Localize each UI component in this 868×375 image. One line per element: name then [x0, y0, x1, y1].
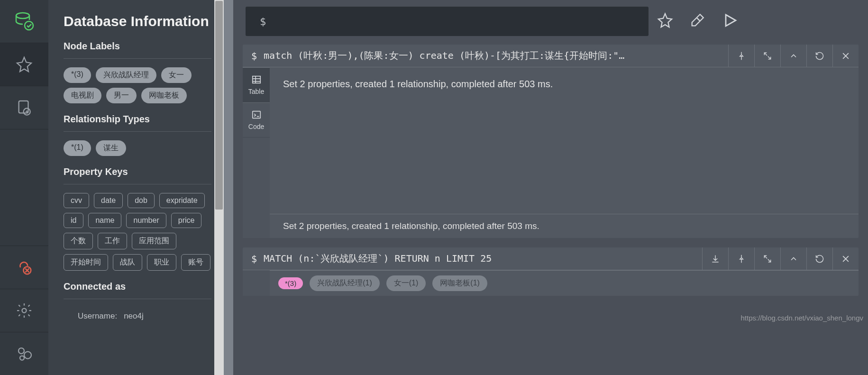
- svg-point-8: [20, 356, 24, 360]
- prop-chip[interactable]: cvv: [64, 193, 89, 208]
- prop-chip[interactable]: id: [64, 213, 83, 228]
- pin-icon[interactable]: [728, 247, 754, 270]
- overview-chip[interactable]: 网咖老板(1): [432, 275, 487, 291]
- svg-rect-10: [252, 111, 260, 119]
- connected-title: Connected as: [64, 281, 211, 292]
- username-value: neo4j: [124, 311, 144, 321]
- prop-chip[interactable]: 工作: [98, 233, 127, 249]
- result-footer: Set 2 properties, created 1 relationship…: [270, 214, 859, 238]
- prop-chip[interactable]: name: [88, 213, 121, 228]
- tab-code[interactable]: Code: [243, 102, 270, 137]
- editor-prompt: $: [260, 16, 266, 27]
- rel-chip[interactable]: 谋生: [96, 140, 126, 156]
- prop-chip[interactable]: dob: [128, 193, 155, 208]
- prop-chip[interactable]: 账号: [181, 254, 210, 271]
- prop-chip[interactable]: 开始时间: [64, 254, 108, 271]
- label-chip[interactable]: 男一: [106, 88, 137, 103]
- query-body: match (叶秋:男一),(陈果:女一) create (叶秋)-[为其打工:…: [264, 49, 624, 62]
- divider: [64, 299, 211, 299]
- label-chip[interactable]: 电视剧: [64, 88, 101, 103]
- prop-keys-title: Property Keys: [64, 166, 211, 177]
- divider: [64, 184, 211, 184]
- node-labels-chips: *(3) 兴欣战队经理 女一 电视剧 男一 网咖老板: [64, 67, 211, 103]
- prop-chip[interactable]: date: [94, 193, 123, 208]
- collapse-icon[interactable]: [780, 45, 806, 67]
- nav-rail: [0, 0, 48, 375]
- pane-divider[interactable]: [224, 0, 233, 375]
- rel-types-chips: *(1) 谋生: [64, 140, 211, 156]
- query-prompt: $: [251, 50, 257, 62]
- scrollbar-thumb[interactable]: [215, 1, 223, 210]
- label-chip[interactable]: 女一: [161, 67, 192, 83]
- prop-chip[interactable]: number: [126, 213, 166, 228]
- frame-view-tabs: Table Code: [243, 67, 270, 238]
- label-chip[interactable]: 兴欣战队经理: [96, 67, 156, 83]
- fullscreen-icon[interactable]: [754, 247, 780, 270]
- sidebar: Database Information Node Labels *(3) 兴欣…: [48, 0, 224, 375]
- rail-favorites[interactable]: [0, 43, 48, 86]
- close-icon[interactable]: [832, 247, 859, 270]
- rail-documents[interactable]: [0, 86, 48, 129]
- prop-chip[interactable]: expridate: [159, 193, 205, 208]
- divider: [64, 58, 211, 59]
- label-chip[interactable]: 网咖老板: [141, 88, 187, 103]
- tab-table-label: Table: [248, 88, 264, 95]
- prop-chip[interactable]: 战队: [113, 254, 142, 271]
- fullscreen-icon[interactable]: [754, 45, 780, 67]
- collapse-icon[interactable]: [780, 247, 806, 270]
- pin-icon[interactable]: [728, 45, 754, 67]
- node-labels-title: Node Labels: [64, 41, 211, 52]
- prop-chip[interactable]: price: [171, 213, 202, 228]
- svg-point-0: [16, 13, 29, 18]
- overview-chip[interactable]: 兴欣战队经理(1): [310, 275, 380, 291]
- svg-point-1: [25, 21, 33, 30]
- frame-view-tabs: [243, 270, 270, 296]
- tab-table[interactable]: Table: [243, 67, 270, 102]
- divider: [64, 131, 211, 132]
- query-body: MATCH (n:`兴欣战队经理`) RETURN n LIMIT 25: [264, 252, 492, 265]
- username-label: Username:: [78, 311, 117, 321]
- label-chip[interactable]: *(3): [64, 67, 91, 83]
- sidebar-scrollbar[interactable]: [214, 0, 224, 375]
- frame-query-text[interactable]: $ match (叶秋:男一),(陈果:女一) create (叶秋)-[为其打…: [243, 45, 728, 67]
- frame-query-text[interactable]: $ MATCH (n:`兴欣战队经理`) RETURN n LIMIT 25: [243, 247, 702, 270]
- prop-chip[interactable]: 应用范围: [132, 233, 176, 249]
- prop-keys-chips: cvv date dob expridate id name number pr…: [64, 193, 211, 271]
- cypher-editor[interactable]: $: [246, 7, 649, 36]
- rerun-icon[interactable]: [806, 45, 832, 67]
- watermark-text: https://blog.csdn.net/vxiao_shen_longv: [740, 314, 863, 322]
- db-logo-icon: [0, 0, 48, 43]
- terminal-icon: [251, 110, 262, 120]
- result-frame-2: $ MATCH (n:`兴欣战队经理`) RETURN n LIMIT 25 *…: [243, 247, 859, 296]
- rail-settings[interactable]: [0, 289, 48, 332]
- rail-cloud-sync[interactable]: [0, 246, 48, 289]
- overview-chips: *(3) 兴欣战队经理(1) 女一(1) 网咖老板(1): [270, 270, 859, 296]
- rerun-icon[interactable]: [806, 247, 832, 270]
- eraser-icon[interactable]: [689, 12, 705, 30]
- prop-chip[interactable]: 职业: [147, 254, 176, 271]
- favorite-icon[interactable]: [657, 12, 673, 30]
- rel-chip[interactable]: *(1): [64, 140, 91, 156]
- close-icon[interactable]: [832, 45, 859, 67]
- svg-point-7: [24, 352, 31, 359]
- tab-code-label: Code: [248, 123, 264, 130]
- query-prompt: $: [251, 253, 257, 265]
- svg-rect-9: [252, 76, 260, 83]
- overview-chip[interactable]: *(3): [278, 277, 303, 289]
- rel-types-title: Relationship Types: [64, 114, 211, 125]
- result-message: Set 2 properties, created 1 relationship…: [270, 67, 859, 214]
- play-icon[interactable]: [722, 12, 739, 31]
- download-icon[interactable]: [702, 247, 728, 270]
- table-icon: [251, 74, 262, 85]
- connected-user-row: Username: neo4j: [64, 308, 211, 321]
- sidebar-title: Database Information: [64, 13, 211, 29]
- svg-point-6: [18, 348, 24, 354]
- rail-about[interactable]: [0, 332, 48, 375]
- svg-point-5: [22, 309, 27, 313]
- overview-chip[interactable]: 女一(1): [386, 275, 426, 291]
- prop-chip[interactable]: 个数: [64, 233, 93, 249]
- result-frame-1: $ match (叶秋:男一),(陈果:女一) create (叶秋)-[为其打…: [243, 45, 859, 238]
- cypher-editor-bar: $: [233, 0, 859, 45]
